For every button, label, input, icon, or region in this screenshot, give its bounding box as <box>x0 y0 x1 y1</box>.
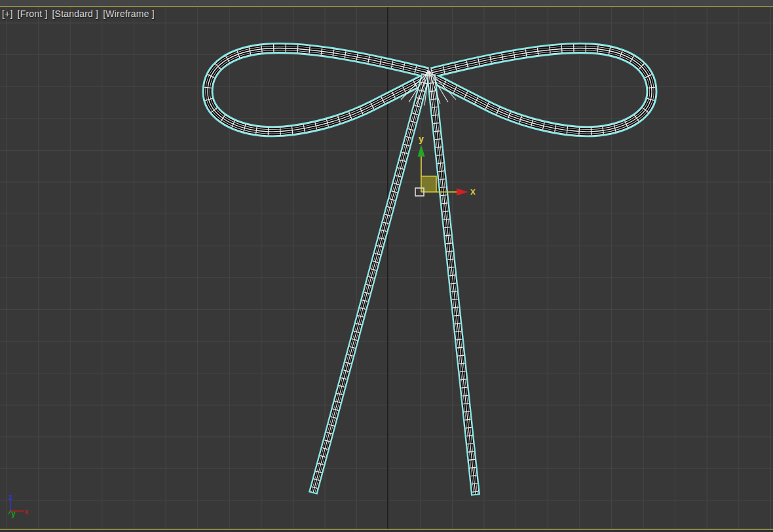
viewport-general-menu[interactable]: [+] <box>2 9 13 19</box>
gizmo-y-axis-label: y <box>419 134 424 144</box>
viewport-pov-menu[interactable]: [Front ] <box>18 9 48 19</box>
gizmo-x-axis-label: x <box>470 186 476 197</box>
top-strip <box>0 0 773 6</box>
scene-canvas[interactable]: yxzyx <box>0 0 773 532</box>
viewport-label-menus: [+] [Front ] [Standard ] [Wireframe ] <box>2 9 155 19</box>
tripod-x-label: x <box>24 507 29 516</box>
viewport-front[interactable]: yxzyx [+] [Front ] [Standard ] [Wirefram… <box>0 0 773 532</box>
viewport-background <box>0 0 773 532</box>
tripod-z-label: z <box>9 493 12 502</box>
viewport-preset-menu[interactable]: [Standard ] <box>52 9 99 19</box>
viewport-shading-menu[interactable]: [Wireframe ] <box>103 9 155 19</box>
active-viewport-border-top <box>0 6 773 7</box>
tripod-y-label: y <box>11 509 16 518</box>
